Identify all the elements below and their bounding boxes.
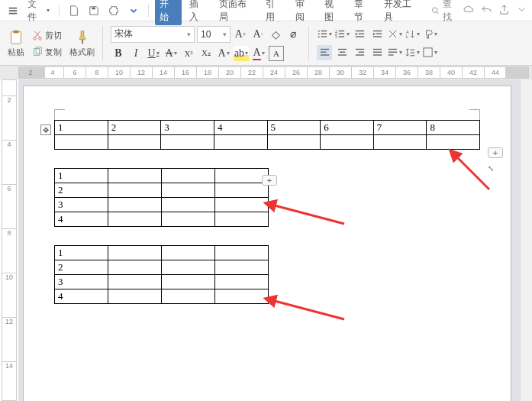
chevron-icon[interactable] — [516, 4, 527, 18]
table-cell[interactable] — [267, 135, 321, 150]
tab-reference[interactable]: 引用 — [261, 0, 288, 25]
paste-icon[interactable] — [8, 29, 24, 46]
table-cell[interactable]: 4 — [214, 121, 267, 135]
tab-view[interactable]: 视图 — [320, 0, 347, 25]
table-cell[interactable] — [108, 212, 162, 227]
shrink-font-button[interactable]: A- — [250, 27, 266, 42]
table-cell[interactable] — [162, 246, 215, 260]
table-cell[interactable] — [214, 135, 267, 150]
align-justify-button[interactable] — [369, 45, 385, 60]
table-cell[interactable] — [162, 183, 215, 198]
align-center-button[interactable] — [334, 45, 350, 60]
table-cell[interactable]: 7 — [373, 121, 427, 135]
strike-button[interactable]: A▾ — [163, 46, 179, 61]
phonetic-button[interactable]: A▾ — [216, 46, 231, 61]
undo-icon[interactable] — [481, 4, 492, 18]
line-spacing-button[interactable]: ▾ — [405, 45, 420, 60]
highlight-button[interactable]: ab▾ — [234, 46, 249, 61]
distribute-button[interactable]: ▾ — [387, 45, 402, 60]
italic-button[interactable]: I — [128, 46, 143, 61]
tab-devtools[interactable]: 开发工具 — [379, 0, 423, 25]
table-cell[interactable] — [108, 246, 162, 260]
cloud-icon[interactable] — [463, 4, 475, 18]
table-cell[interactable] — [108, 169, 162, 183]
indent-dec-button[interactable] — [352, 27, 367, 42]
style-c-button[interactable]: ⌀ — [285, 27, 301, 42]
table-cell[interactable] — [215, 246, 269, 260]
underline-button[interactable]: U▾ — [146, 46, 161, 61]
table-cell[interactable]: 5 — [267, 121, 321, 135]
print-icon[interactable] — [105, 4, 122, 18]
share-icon[interactable] — [498, 4, 510, 18]
table-cell[interactable]: 2 — [108, 121, 161, 135]
table-1[interactable]: 12345678 — [54, 120, 480, 150]
search-button[interactable]: 查找 — [430, 0, 460, 24]
more-qat-icon[interactable] — [125, 4, 142, 18]
table-cell[interactable] — [162, 169, 215, 183]
table-cell[interactable]: 2 — [55, 260, 108, 275]
horizontal-ruler[interactable]: 2468101214161820222426283032343638404244 — [18, 66, 529, 79]
align-left-button[interactable] — [317, 45, 332, 60]
table-cell[interactable] — [427, 135, 480, 150]
table-cell[interactable] — [108, 135, 161, 150]
bold-button[interactable]: B — [111, 46, 126, 61]
table-cell[interactable]: 3 — [55, 275, 108, 289]
table-cell[interactable] — [108, 289, 162, 304]
add-col-button[interactable]: + — [488, 147, 503, 158]
table-cell[interactable]: 4 — [55, 212, 108, 227]
file-menu[interactable]: 文件▾ — [24, 0, 53, 25]
new-doc-icon[interactable] — [66, 4, 82, 18]
cut-button[interactable]: 剪切 — [32, 29, 62, 41]
table-cell[interactable]: 1 — [55, 169, 108, 183]
table-cell[interactable] — [162, 198, 215, 212]
align-right-button[interactable] — [352, 45, 367, 60]
shading-button[interactable]: ▾ — [422, 45, 437, 60]
table-cell[interactable] — [108, 198, 162, 212]
document-area[interactable]: ✥ 12345678 + + ⤡ 1234 1234 — [18, 79, 520, 401]
format-painter-group[interactable]: 格式刷 — [66, 24, 98, 62]
bullets-button[interactable]: ▾ — [317, 27, 332, 42]
table-cell[interactable] — [215, 260, 269, 275]
table-cell[interactable] — [215, 169, 269, 183]
table-3[interactable]: 1234 — [54, 245, 269, 304]
numbering-button[interactable]: 123▾ — [334, 27, 350, 42]
grow-font-button[interactable]: A+ — [233, 27, 248, 42]
table-2[interactable]: 1234 — [54, 168, 269, 227]
table-cell[interactable] — [55, 135, 108, 150]
tab-insert[interactable]: 插入 — [185, 0, 211, 25]
table-cell[interactable]: 3 — [55, 198, 108, 212]
showmarks-button[interactable]: ▾ — [422, 27, 437, 42]
table-cell[interactable]: 4 — [55, 289, 108, 304]
sort-button[interactable]: AL▾ — [405, 27, 420, 42]
table-cell[interactable] — [215, 275, 269, 289]
copy-button[interactable]: 复制 — [32, 46, 62, 58]
table-cell[interactable] — [108, 275, 162, 289]
tab-page-layout[interactable]: 页面布局 — [214, 0, 258, 25]
tab-review[interactable]: 审阅 — [291, 0, 318, 25]
table-cell[interactable]: 6 — [321, 121, 374, 135]
table-cell[interactable]: 1 — [55, 121, 108, 135]
asian-layout-button[interactable]: ▾ — [387, 27, 402, 42]
table-cell[interactable] — [162, 212, 215, 227]
resize-handle-icon[interactable]: ⤡ — [488, 164, 494, 173]
table-cell[interactable]: 3 — [161, 121, 214, 135]
table-cell[interactable] — [373, 135, 427, 150]
clear-format-button[interactable]: ◇ — [268, 27, 283, 42]
table-cell[interactable] — [321, 135, 374, 150]
superscript-button[interactable]: X² — [181, 46, 196, 61]
save-icon[interactable] — [85, 4, 102, 18]
add-row-button[interactable]: + — [262, 175, 277, 186]
vertical-scrollbar[interactable] — [520, 79, 532, 401]
table-cell[interactable] — [215, 212, 269, 227]
vertical-ruler[interactable]: 2468101214 — [2, 79, 17, 401]
subscript-button[interactable]: X₂ — [198, 46, 214, 61]
tab-start[interactable]: 开始 — [155, 0, 182, 25]
table-cell[interactable] — [215, 183, 269, 198]
table-cell[interactable] — [162, 260, 215, 275]
table-cell[interactable] — [162, 289, 215, 304]
menu-icon[interactable] — [5, 4, 21, 18]
font-size-combo[interactable]: 10▾ — [197, 26, 231, 43]
table-cell[interactable]: 2 — [55, 183, 108, 198]
table-cell[interactable]: 1 — [55, 246, 108, 260]
indent-inc-button[interactable] — [369, 27, 385, 42]
